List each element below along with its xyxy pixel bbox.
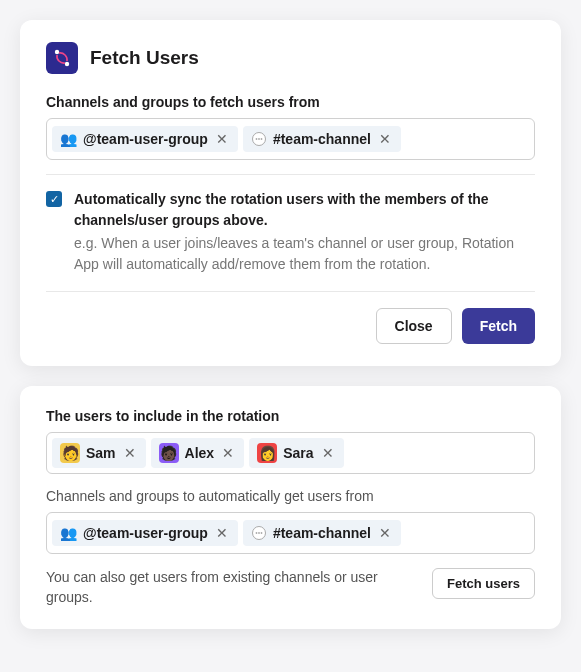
svg-point-0: [55, 50, 59, 54]
divider: [46, 174, 535, 175]
close-button[interactable]: Close: [376, 308, 452, 344]
fetch-users-button[interactable]: Fetch users: [432, 568, 535, 599]
checkbox-label: Automatically sync the rotation users wi…: [74, 189, 535, 231]
remove-token-button[interactable]: ✕: [214, 525, 230, 541]
modal-header: Fetch Users: [46, 42, 535, 74]
token-group: 👥 @team-user-group ✕: [52, 520, 238, 546]
token-label: @team-user-group: [83, 131, 208, 147]
user-token: 👩 Sara ✕: [249, 438, 343, 468]
auto-channels-label: Channels and groups to automatically get…: [46, 488, 535, 504]
user-token: 🧑🏿 Alex ✕: [151, 438, 245, 468]
channel-icon: [251, 131, 267, 147]
channel-icon: [251, 525, 267, 541]
remove-user-button[interactable]: ✕: [320, 445, 336, 461]
checkbox-content: Automatically sync the rotation users wi…: [74, 189, 535, 275]
token-channel: #team-channel ✕: [243, 520, 401, 546]
channels-field-label: Channels and groups to fetch users from: [46, 94, 535, 110]
fetch-users-row: You can also get users from existing cha…: [46, 568, 535, 607]
users-field-label: The users to include in the rotation: [46, 408, 535, 424]
checkbox-description: e.g. When a user joins/leaves a team's c…: [74, 233, 535, 275]
token-group: 👥 @team-user-group ✕: [52, 126, 238, 152]
svg-point-5: [260, 138, 262, 140]
user-name: Sara: [283, 445, 313, 461]
user-group-icon: 👥: [60, 525, 77, 541]
avatar-icon: 🧑: [60, 443, 80, 463]
remove-token-button[interactable]: ✕: [214, 131, 230, 147]
remove-user-button[interactable]: ✕: [122, 445, 138, 461]
sync-checkbox[interactable]: ✓: [46, 191, 62, 207]
modal-title: Fetch Users: [90, 47, 199, 69]
user-name: Sam: [86, 445, 116, 461]
svg-point-3: [255, 138, 257, 140]
token-channel: #team-channel ✕: [243, 126, 401, 152]
app-icon: [46, 42, 78, 74]
avatar-icon: 👩: [257, 443, 277, 463]
user-token: 🧑 Sam ✕: [52, 438, 146, 468]
token-label: #team-channel: [273, 131, 371, 147]
remove-token-button[interactable]: ✕: [377, 525, 393, 541]
remove-token-button[interactable]: ✕: [377, 131, 393, 147]
user-name: Alex: [185, 445, 215, 461]
auto-channels-token-field[interactable]: 👥 @team-user-group ✕ #team-channel ✕: [46, 512, 535, 554]
users-token-field[interactable]: 🧑 Sam ✕ 🧑🏿 Alex ✕ 👩 Sara ✕: [46, 432, 535, 474]
sync-checkbox-row: ✓ Automatically sync the rotation users …: [46, 189, 535, 275]
fetch-button[interactable]: Fetch: [462, 308, 535, 344]
svg-point-8: [258, 532, 260, 534]
svg-point-1: [65, 62, 69, 66]
avatar-icon: 🧑🏿: [159, 443, 179, 463]
svg-point-9: [260, 532, 262, 534]
token-label: #team-channel: [273, 525, 371, 541]
modal-actions: Close Fetch: [46, 291, 535, 344]
user-group-icon: 👥: [60, 131, 77, 147]
fetch-users-hint: You can also get users from existing cha…: [46, 568, 418, 607]
svg-point-4: [258, 138, 260, 140]
rotation-panel: The users to include in the rotation 🧑 S…: [20, 386, 561, 629]
token-label: @team-user-group: [83, 525, 208, 541]
remove-user-button[interactable]: ✕: [220, 445, 236, 461]
channels-token-field[interactable]: 👥 @team-user-group ✕ #team-channel ✕: [46, 118, 535, 160]
svg-point-7: [255, 532, 257, 534]
fetch-users-modal: Fetch Users Channels and groups to fetch…: [20, 20, 561, 366]
